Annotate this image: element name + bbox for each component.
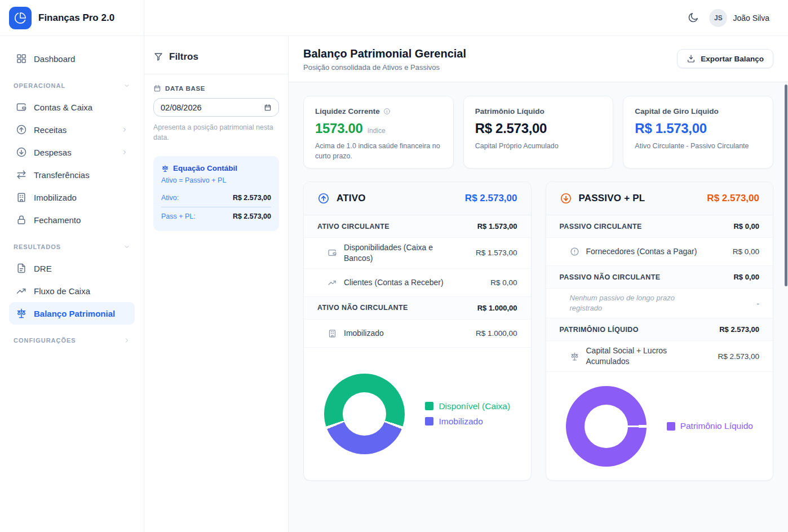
kpi-unit: índice	[368, 127, 386, 135]
equation-row-passivo-pl: Pass + PL: R$ 2.573,00	[161, 210, 271, 223]
ativo-header: ATIVO R$ 2.573,00	[304, 182, 531, 215]
chevron-right-icon	[123, 337, 130, 344]
row-label: Clientes (Contas a Receber)	[344, 277, 444, 288]
ativo-donut-chart[interactable]	[324, 374, 405, 454]
equation-row-value: R$ 2.573,00	[233, 194, 271, 202]
page-header: Balanço Patrimonial Gerencial Posição co…	[289, 36, 788, 82]
sidebar-item-fechamento[interactable]: Fechamento	[9, 209, 135, 231]
app-logo-row: Finanças Pro 2.0	[0, 0, 144, 36]
equation-row-value: R$ 2.573,00	[233, 212, 271, 220]
lock-icon	[16, 214, 27, 225]
ativo-card: ATIVO R$ 2.573,00 ATIVO CIRCULANTE R$ 1.…	[303, 181, 532, 481]
passivo-title: PASSIVO + PL	[579, 193, 645, 204]
row-label: Imobilizado	[344, 328, 384, 339]
table-row: Fornecedores (Contas a Pagar) R$ 0,00	[546, 238, 773, 266]
chevron-right-icon	[121, 126, 128, 133]
legend-item[interactable]: Disponível (Caixa)	[425, 401, 510, 411]
scales-icon	[16, 308, 27, 319]
sidebar-item-label: Imobilizado	[34, 193, 77, 202]
sidebar-section-configuracoes[interactable]: CONFIGURAÇÕES	[9, 337, 135, 344]
user-name: João Silva	[733, 14, 769, 23]
sidebar-item-label: Despesas	[34, 148, 72, 157]
row-label: PASSIVO NÃO CIRCULANTE	[560, 273, 661, 281]
equation-row-label: Pass + PL:	[161, 212, 196, 220]
kpi-value: R$ 2.573,00	[475, 121, 547, 136]
passivo-header: PASSIVO + PL R$ 2.573,00	[546, 182, 773, 215]
row-value: R$ 0,00	[733, 273, 759, 281]
export-balance-button[interactable]: Exportar Balanço	[677, 49, 773, 68]
sidebar-item-label: DRE	[34, 264, 52, 273]
passivo-card: PASSIVO + PL R$ 2.573,00 PASSIVO CIRCULA…	[546, 181, 774, 481]
field-label-text: DATA BASE	[165, 85, 205, 92]
row-value: R$ 1.000,00	[477, 304, 517, 312]
funnel-icon	[153, 52, 163, 62]
sidebar-item-receitas[interactable]: Receitas	[9, 118, 135, 141]
trending-up-icon	[16, 285, 27, 296]
file-text-icon	[16, 263, 27, 274]
divider	[161, 207, 271, 207]
legend-swatch	[425, 417, 433, 425]
row-value: R$ 2.573,00	[719, 325, 759, 334]
alert-circle-icon	[570, 247, 579, 256]
section-label: RESULTADOS	[14, 243, 61, 250]
sidebar-item-despesas[interactable]: Despesas	[9, 141, 135, 163]
sidebar-item-balanco-patrimonial[interactable]: Balanço Patrimonial	[9, 302, 135, 325]
row-value: R$ 1.000,00	[476, 329, 517, 338]
vertical-scrollbar-thumb[interactable]	[785, 85, 787, 286]
kpi-card-capital-de-giro: Capital de Giro Líquido R$ 1.573,00 Ativ…	[623, 96, 773, 169]
user-menu[interactable]: JS João Silva	[709, 9, 769, 27]
table-row: ATIVO NÃO CIRCULANTE R$ 1.000,00	[304, 297, 531, 320]
sidebar-item-imobilizado[interactable]: Imobilizado	[9, 186, 135, 209]
kpi-label: Patrimônio Líquido	[475, 107, 544, 116]
app-title: Finanças Pro 2.0	[38, 12, 114, 24]
trending-up-icon	[327, 278, 337, 287]
page-subtitle: Posição consolidada de Ativos e Passivos	[303, 63, 466, 72]
row-label: PASSIVO CIRCULANTE	[560, 223, 642, 230]
date-base-label: DATA BASE	[153, 85, 279, 92]
scales-icon	[161, 165, 169, 172]
sidebar-section-operacional[interactable]: OPERACIONAL	[9, 82, 135, 89]
export-button-label: Exportar Balanço	[701, 55, 764, 63]
date-base-input[interactable]: 02/08/2026	[153, 98, 279, 117]
kpi-value: R$ 1.573,00	[635, 121, 706, 136]
info-icon[interactable]	[383, 108, 391, 115]
scales-icon	[570, 352, 579, 361]
sidebar-item-fluxo-de-caixa[interactable]: Fluxo de Caixa	[9, 280, 135, 302]
equation-row-label: Ativo:	[161, 194, 179, 202]
sidebar-item-dre[interactable]: DRE	[9, 257, 135, 280]
moon-icon	[687, 12, 699, 24]
row-value: -	[757, 299, 760, 308]
passivo-donut-chart[interactable]	[566, 386, 647, 467]
sidebar-section-resultados[interactable]: RESULTADOS	[9, 243, 135, 250]
filters-title: Filtros	[169, 51, 198, 63]
calendar-icon	[153, 85, 161, 92]
legend-item[interactable]: Imobilizado	[425, 416, 510, 427]
filters-header: Filtros	[144, 36, 288, 74]
building-icon	[16, 192, 27, 203]
table-row: Clientes (Contas a Receber) R$ 0,00	[304, 269, 531, 297]
pie-chart-icon	[14, 12, 26, 24]
sidebar-item-dashboard[interactable]: Dashboard	[9, 47, 135, 70]
legend-item[interactable]: Patrimônio Líquido	[667, 421, 753, 431]
topbar: JS João Silva	[144, 0, 788, 36]
sidebar: Finanças Pro 2.0 Dashboard OPERACIONAL C…	[0, 0, 144, 532]
section-label: CONFIGURAÇÕES	[14, 337, 76, 344]
chevron-down-icon	[123, 243, 130, 250]
wallet-icon	[327, 248, 337, 258]
chevron-right-icon	[121, 149, 128, 156]
kpi-description: Capital Próprio Acumulado	[475, 141, 602, 152]
building-icon	[327, 329, 337, 338]
table-row: ATIVO CIRCULANTE R$ 1.573,00	[304, 215, 531, 238]
kpi-description: Acima de 1.0 indica saúde financeira no …	[315, 141, 442, 161]
sidebar-item-transferencias[interactable]: Transferências	[9, 163, 135, 186]
row-value: R$ 1.573,00	[477, 222, 517, 230]
section-label: OPERACIONAL	[14, 82, 65, 89]
filters-panel: Filtros DATA BASE 02/08/2026 Apresenta a…	[144, 36, 289, 532]
dark-mode-toggle[interactable]	[687, 12, 699, 24]
wallet-icon	[16, 101, 27, 113]
table-row: Capital Social + Lucros Acumulados R$ 2.…	[546, 341, 773, 372]
arrow-up-circle-icon	[16, 124, 27, 135]
ativo-chart-zone: Disponível (Caixa) Imobilizado	[304, 348, 531, 480]
sidebar-item-contas-caixa[interactable]: Contas & Caixa	[9, 96, 135, 118]
row-value: R$ 0,00	[490, 278, 517, 287]
